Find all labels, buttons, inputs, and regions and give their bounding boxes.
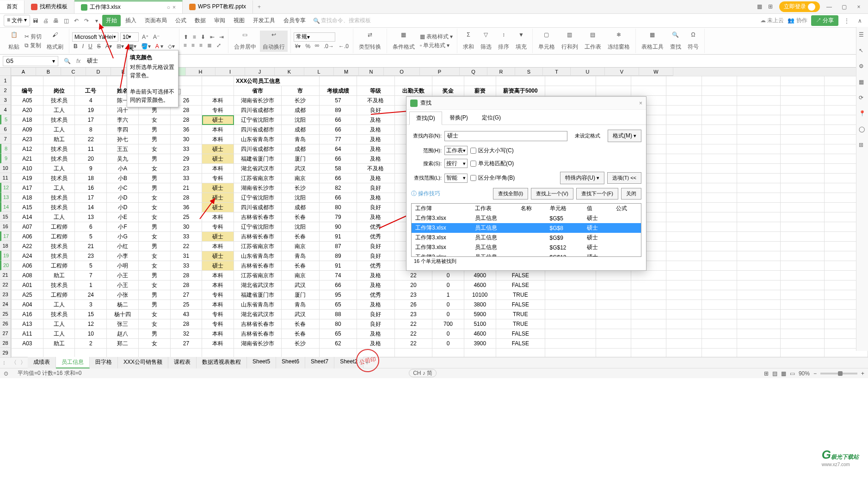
align-right-icon[interactable]: ≡ <box>198 42 204 49</box>
cell[interactable]: 0 <box>432 281 464 290</box>
cell[interactable]: 女 <box>138 212 170 222</box>
cell[interactable]: 女 <box>138 232 170 242</box>
cell[interactable]: 80 <box>319 319 357 329</box>
cell[interactable]: 南京 <box>282 242 319 251</box>
tab-workbook[interactable]: 工作簿3.xlsx○× <box>74 0 183 13</box>
cell[interactable]: 21 <box>75 242 107 251</box>
cell[interactable]: 杨二 <box>107 300 139 310</box>
sheet-next-icon[interactable]: 〉 <box>18 359 28 367</box>
font-color-button[interactable]: A▾ <box>104 43 113 50</box>
cell[interactable]: 1 <box>75 281 107 290</box>
cell[interactable]: 江苏省南京市 <box>234 174 282 183</box>
cell[interactable]: 20 <box>394 281 432 290</box>
command-search[interactable]: 查找命令、搜索模板 <box>321 17 386 25</box>
cell[interactable]: 33 <box>170 144 202 154</box>
menu-start[interactable]: 开始 <box>102 15 121 26</box>
cell[interactable]: 男 <box>138 222 170 232</box>
format-button[interactable]: 格式(M) ▾ <box>608 130 641 142</box>
cell[interactable]: 29 <box>170 154 202 164</box>
cell[interactable]: 33 <box>170 232 202 242</box>
cell[interactable]: TRUE <box>496 310 545 319</box>
row-header[interactable]: 5 <box>0 115 11 125</box>
cell[interactable]: 77 <box>319 135 357 144</box>
cell[interactable]: 沈阳 <box>282 115 319 125</box>
cell[interactable]: 湖北省武汉市 <box>234 310 282 319</box>
cell[interactable]: A01 <box>12 281 43 290</box>
minimize-icon[interactable]: — <box>824 4 835 10</box>
cell[interactable]: 25 <box>170 300 202 310</box>
cell[interactable]: A05 <box>12 96 43 106</box>
col-header[interactable]: O <box>384 68 420 76</box>
sort-button[interactable]: ↕排序 <box>495 31 512 52</box>
cell[interactable]: 女 <box>138 164 170 174</box>
col-header[interactable]: K <box>275 68 304 76</box>
increase-font-icon[interactable]: A⁺ <box>141 33 150 41</box>
cell[interactable]: 87 <box>319 242 357 251</box>
side-location-icon[interactable]: 📍 <box>859 110 866 118</box>
cell[interactable]: A09 <box>12 125 43 135</box>
cell[interactable]: 江苏省南京市 <box>234 271 282 281</box>
special-content-button[interactable]: 特殊内容(U) ▾ <box>560 172 604 184</box>
sheet-tab[interactable]: 数据透视表教程 <box>197 357 247 368</box>
cell[interactable]: 技术员 <box>43 310 75 319</box>
cell[interactable]: 小D <box>107 203 139 212</box>
cell[interactable]: 22 <box>394 329 432 339</box>
result-row[interactable]: 工作簿3.xlsx员工信息$G$5硕士 <box>412 213 641 223</box>
dialog-close-icon[interactable]: × <box>639 100 642 106</box>
cell[interactable]: 硕士 <box>202 232 234 242</box>
orient-icon[interactable]: ⤢ <box>215 42 222 49</box>
cell[interactable]: 硕士 <box>202 251 234 261</box>
row-header[interactable]: 23 <box>0 290 11 299</box>
grid-view-icon[interactable]: ▦ <box>757 3 764 11</box>
cell[interactable]: 优秀 <box>357 290 394 300</box>
cell[interactable]: 18 <box>75 174 107 183</box>
cell[interactable]: 工人 <box>43 106 75 115</box>
search-icon[interactable]: 🔍 <box>313 18 320 24</box>
fx-cancel-icon[interactable]: 🔍 <box>61 58 74 64</box>
cell[interactable]: 男 <box>138 125 170 135</box>
cell[interactable]: 30 <box>170 222 202 232</box>
cell[interactable]: 13 <box>75 212 107 222</box>
share-button[interactable]: ↗ 分享 <box>811 15 838 26</box>
cell[interactable]: 专科 <box>202 106 234 115</box>
cell[interactable]: 65 <box>319 300 357 310</box>
col-header[interactable]: H <box>186 68 215 76</box>
cell[interactable]: 硕士 <box>202 203 234 212</box>
cell[interactable]: 男 <box>138 290 170 300</box>
cell[interactable]: 及格 <box>357 281 394 290</box>
side-layers-icon[interactable]: ☰ <box>859 31 866 39</box>
search-select[interactable]: 按行▾ <box>444 159 468 168</box>
cell[interactable]: 助工 <box>43 271 75 281</box>
cell[interactable]: 女 <box>138 203 170 212</box>
cell[interactable]: 31 <box>170 251 202 261</box>
cell[interactable]: 小张 <box>107 290 139 300</box>
cell[interactable]: 0 <box>432 271 464 281</box>
cell[interactable]: 男 <box>138 329 170 339</box>
tab-find[interactable]: 查找(D) <box>409 112 442 125</box>
cell[interactable]: 女 <box>138 251 170 261</box>
cell[interactable]: 0 <box>432 329 464 339</box>
cell[interactable]: 0 <box>432 310 464 319</box>
cell[interactable]: 66 <box>319 115 357 125</box>
col-header[interactable]: R <box>487 68 515 76</box>
cell[interactable]: 本科 <box>202 135 234 144</box>
cell[interactable]: 28 <box>170 193 202 203</box>
cell[interactable]: 25 <box>170 212 202 222</box>
lookin-select[interactable]: 智能▾ <box>444 174 468 183</box>
sheet-tab[interactable]: 田字格 <box>90 357 118 368</box>
collapse-ribbon-icon[interactable]: ∧ <box>855 16 864 25</box>
cell[interactable]: 23 <box>170 164 202 174</box>
undo-icon[interactable]: ↶ <box>72 16 81 25</box>
cell[interactable]: 长沙 <box>282 183 319 193</box>
menu-insert[interactable]: 插入 <box>122 15 140 26</box>
zoom-out-icon[interactable]: − <box>813 370 817 377</box>
cell[interactable]: 17 <box>75 193 107 203</box>
cell[interactable]: 0 <box>432 339 464 349</box>
result-row[interactable]: 工作簿3.xlsx员工信息$G$13硕士 <box>412 252 641 257</box>
col-header[interactable]: S <box>515 68 543 76</box>
indent-inc-icon[interactable]: ⇥ <box>218 33 225 41</box>
cell[interactable]: A12 <box>12 144 43 154</box>
cell[interactable]: 山东省青岛市 <box>234 135 282 144</box>
col-header[interactable]: V <box>605 68 639 76</box>
col-header[interactable]: L <box>304 68 334 76</box>
